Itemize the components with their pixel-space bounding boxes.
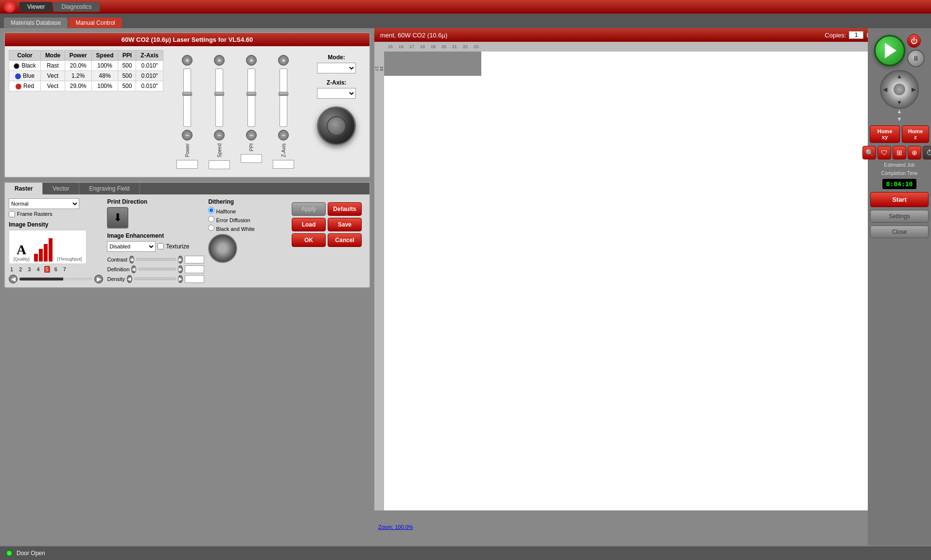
target-icon-btn[interactable]: ⊕ [908,146,921,159]
nav-up-icon[interactable]: ▲ [896,73,902,80]
zaxis-plus-btn[interactable]: + [278,55,289,66]
enhancement-select[interactable]: Disabled [107,241,156,252]
density-1[interactable]: 1 [9,266,15,273]
definition-track[interactable] [138,268,176,270]
speed-slider-track[interactable] [215,69,223,127]
nav-right-icon[interactable]: ▶ [912,86,916,93]
home-xy-button[interactable]: Home xy [870,125,900,143]
settings-button[interactable]: Settings [870,210,929,223]
density-slider-right-btn[interactable]: ▶ [94,275,103,283]
tab-viewer[interactable]: Viewer [19,2,53,12]
ruler-tick: 18 [420,44,425,49]
zaxis-input[interactable] [273,160,294,169]
ppi-slider-track[interactable] [247,69,255,127]
shield-icon-btn[interactable]: 🛡 [878,146,891,159]
tab-manual-control[interactable]: Manual Control [69,18,122,28]
navigation-pad[interactable]: ▲ ▼ ◀ ▶ [880,70,919,109]
density-track[interactable] [134,278,176,280]
contrast-left-btn[interactable]: ◀ [129,256,134,263]
density-left-btn[interactable]: ◀ [127,275,132,283]
power-minus-btn[interactable]: − [182,130,193,140]
table-row[interactable]: Black Rast 20.0% 100% 500 0.010" [9,61,163,71]
density-3[interactable]: 3 [26,266,32,273]
nav-left-icon[interactable]: ◀ [883,86,887,93]
tab-diagnostics[interactable]: Diagnostics [53,2,99,12]
zaxis-select[interactable] [317,88,356,99]
tab-vector[interactable]: Vector [43,183,79,194]
load-button[interactable]: Load [292,218,326,231]
raster-mode-select[interactable]: Normal [9,198,79,209]
ok-button[interactable]: OK [292,233,326,247]
speed-plus-btn[interactable]: + [214,55,225,66]
density-2[interactable]: 2 [18,266,23,273]
canvas-content[interactable] [384,52,931,510]
tab-materials-database[interactable]: Materials Database [4,18,68,28]
density-row: Density ◀ ▶ [107,275,204,283]
density-input-field[interactable] [185,275,204,283]
contrast-input[interactable] [185,256,204,263]
density-right-btn[interactable]: ▶ [178,275,183,283]
texturize-checkbox[interactable] [158,243,164,249]
density-4[interactable]: 4 [35,266,41,273]
halftone-option[interactable]: Halftone [208,207,284,214]
definition-input[interactable] [185,265,204,273]
density-6[interactable]: 6 [53,266,59,273]
defaults-button[interactable]: Defaults [328,202,362,216]
ppi-plus-btn[interactable]: + [246,55,257,66]
power-plus-btn[interactable]: + [182,55,193,66]
power-button[interactable]: ⏻ [907,34,921,48]
error-diffusion-radio[interactable] [208,216,214,222]
ppi-input[interactable] [241,154,262,163]
play-icon [885,43,896,58]
play-button[interactable] [874,35,905,66]
contrast-track[interactable] [136,258,176,261]
frame-rasters-checkbox[interactable] [9,211,15,217]
density-slider-left-btn[interactable]: ◀ [9,275,18,283]
nav-center-btn[interactable] [894,84,905,95]
pause-button[interactable]: ⏸ [907,50,925,67]
ppi-minus-btn[interactable]: − [246,130,257,140]
close-button[interactable]: Close [870,226,929,238]
nav-down-icon[interactable]: ▼ [896,99,902,106]
save-button[interactable]: Save [328,218,362,231]
zaxis-slider-track[interactable] [280,69,287,127]
cancel-button[interactable]: Cancel [328,233,362,247]
density-slider-track[interactable] [19,278,92,280]
apply-button[interactable]: Apply [292,202,326,216]
definition-left-btn[interactable]: ◀ [131,265,136,273]
table-row[interactable]: Red Vect 29.0% 100% 500 0.010" [9,81,163,91]
nav-outer-up-icon[interactable]: ▲ [896,108,902,115]
tab-engraving-field[interactable]: Engraving Field [79,183,140,194]
ruler-tick: 19 [431,44,436,49]
mode-select[interactable] [317,63,356,73]
zaxis-minus-btn[interactable]: − [278,130,289,140]
speed-input[interactable] [209,160,230,169]
tab-raster[interactable]: Raster [5,183,43,194]
cell-zaxis-red: 0.010" [136,81,163,91]
density-preview: A [Quality] [Throughput] [9,230,87,264]
speed-minus-btn[interactable]: − [214,130,225,140]
copies-input[interactable] [849,31,863,39]
zoom-label[interactable]: Zoom: 100.0% [378,524,413,530]
print-direction-btn[interactable]: ⬇ [107,207,128,228]
home-z-button[interactable]: Home z [902,125,929,143]
timer-icon-btn[interactable]: ⏱ [923,146,931,159]
nav-outer-down-icon[interactable]: ▼ [896,116,902,122]
bw-radio[interactable] [208,225,214,231]
search-icon-btn[interactable]: 🔍 [862,146,876,159]
speed-slider-thumb [214,92,224,96]
halftone-radio[interactable] [208,207,214,213]
power-slider-track[interactable] [183,69,191,127]
laser-knob[interactable] [317,106,356,145]
definition-right-btn[interactable]: ▶ [178,265,183,273]
bw-option[interactable]: Black and White [208,225,284,232]
table-row[interactable]: Blue Vect 1.2% 48% 500 0.010" [9,71,163,81]
density-7[interactable]: 7 [62,266,68,273]
speed-slider-col: + − Speed [207,54,231,169]
error-diffusion-option[interactable]: Error Diffusion [208,216,284,223]
start-button[interactable]: Start [870,192,929,207]
power-input[interactable] [176,160,198,169]
grid-icon-btn[interactable]: ⊞ [893,146,906,159]
density-5[interactable]: 5 [44,266,50,273]
contrast-right-btn[interactable]: ▶ [178,256,183,263]
